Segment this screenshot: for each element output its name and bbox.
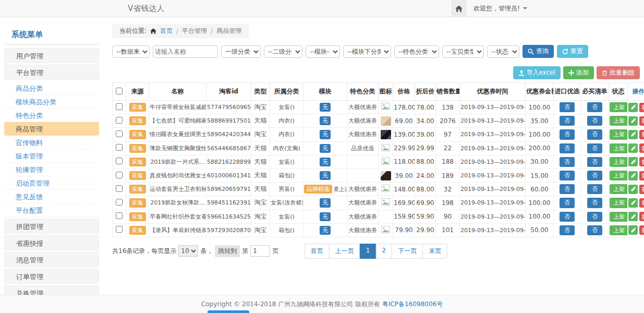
page-button-首页[interactable]: 首页 (305, 244, 330, 259)
sidebar-item-版本管理[interactable]: 版本管理 (4, 149, 99, 163)
user-menu[interactable]: 欢迎您，管理员! (466, 0, 534, 17)
delete-button[interactable] (639, 171, 644, 180)
breadcrumb-home-link[interactable]: 首页 (160, 27, 173, 35)
must-buy-toggle[interactable]: 否 (587, 143, 602, 153)
sidebar-item-平台配置[interactable]: 平台配置 (4, 203, 99, 217)
delete-button[interactable] (639, 130, 644, 139)
edit-button[interactable] (628, 198, 638, 208)
edit-button[interactable] (628, 185, 638, 194)
row-checkbox[interactable] (116, 130, 123, 137)
delete-button[interactable] (639, 103, 644, 112)
sidebar-item-兑换管理[interactable]: 兑换管理 (4, 285, 99, 295)
import-optimal-toggle[interactable]: 否 (560, 198, 575, 208)
status-toggle[interactable]: 上架 (610, 198, 628, 208)
sidebar-item-平台管理[interactable]: 平台管理 (4, 65, 99, 80)
filter-select---二级分类--[interactable]: --二级分类-- (264, 45, 302, 58)
status-toggle[interactable]: 上架 (610, 157, 628, 167)
row-checkbox[interactable] (116, 172, 123, 178)
row-checkbox[interactable] (116, 226, 123, 233)
edit-button[interactable] (628, 143, 638, 153)
row-checkbox[interactable] (116, 212, 123, 219)
name-search-input[interactable] (153, 45, 218, 58)
status-toggle[interactable]: 上架 (610, 143, 628, 153)
sidebar-item-启动页管理[interactable]: 启动页管理 (4, 176, 99, 190)
status-toggle[interactable]: 上架 (610, 171, 628, 180)
per-page-select[interactable]: 10 (178, 245, 198, 257)
filter-select---状态--[interactable]: --状态-- (487, 45, 519, 58)
status-toggle[interactable]: 上架 (610, 225, 628, 235)
delete-button[interactable] (639, 198, 644, 208)
must-buy-toggle[interactable]: 否 (587, 171, 602, 180)
edit-button[interactable] (628, 103, 638, 112)
query-button[interactable]: 查询 (523, 45, 554, 58)
edit-button[interactable] (628, 116, 638, 126)
sidebar-item-特色分类[interactable]: 特色分类 (4, 109, 99, 122)
sidebar-item-商品分类[interactable]: 商品分类 (4, 81, 99, 95)
filter-select---特色分类--[interactable]: --特色分类-- (394, 45, 439, 58)
sidebar-item-拼团管理[interactable]: 拼团管理 (4, 219, 99, 234)
filter-select---数据来源--[interactable]: --数据来源-- (112, 45, 150, 58)
sidebar-item-消息管理[interactable]: 消息管理 (4, 252, 99, 267)
select-all-checkbox[interactable] (116, 88, 123, 94)
import-optimal-toggle[interactable]: 否 (560, 102, 575, 112)
delete-button[interactable] (639, 212, 644, 221)
sidebar-item-轮播管理[interactable]: 轮播管理 (4, 163, 99, 176)
row-checkbox[interactable] (116, 103, 123, 110)
add-button[interactable]: 添加 (563, 66, 594, 79)
sidebar-item-订单管理[interactable]: 订单管理 (4, 269, 99, 284)
edit-button[interactable] (628, 130, 638, 139)
filter-select---模块--[interactable]: --模块-- (306, 45, 340, 58)
page-button-2[interactable]: 2 (376, 244, 393, 259)
sidebar-item-商品管理[interactable]: 商品管理 (4, 122, 99, 136)
import-optimal-toggle[interactable]: 否 (560, 116, 575, 126)
icp-link[interactable]: 粤ICP备16098006号 (382, 300, 443, 308)
edit-button[interactable] (628, 225, 638, 235)
must-buy-toggle[interactable]: 否 (587, 225, 602, 235)
sidebar-item-省惠快报[interactable]: 省惠快报 (4, 235, 99, 250)
delete-button[interactable] (639, 116, 644, 126)
home-button[interactable] (452, 0, 466, 17)
must-buy-toggle[interactable]: 否 (587, 116, 602, 126)
delete-button[interactable] (639, 143, 644, 153)
import-optimal-toggle[interactable]: 否 (560, 157, 575, 167)
row-checkbox[interactable] (116, 144, 123, 151)
edit-button[interactable] (628, 157, 638, 166)
page-button-下一页[interactable]: 下一页 (392, 244, 423, 259)
row-checkbox[interactable] (116, 185, 123, 192)
sidebar-item-模块商品分类[interactable]: 模块商品分类 (4, 95, 99, 109)
must-buy-toggle[interactable]: 否 (587, 129, 602, 139)
status-toggle[interactable]: 上架 (610, 102, 628, 112)
must-buy-toggle[interactable]: 否 (587, 102, 602, 112)
must-buy-toggle[interactable]: 否 (587, 212, 602, 222)
edit-button[interactable] (628, 171, 638, 180)
delete-button[interactable] (639, 225, 644, 235)
filter-select-一级分类[interactable]: 一级分类 (221, 45, 261, 58)
row-checkbox[interactable] (116, 199, 123, 206)
filter-select---宝贝类型--[interactable]: --宝贝类型-- (442, 45, 484, 58)
row-checkbox[interactable] (116, 117, 123, 124)
filter-select---模块下分类--[interactable]: --模块下分类-- (343, 45, 391, 58)
jump-button[interactable]: 跳转到 (215, 245, 240, 257)
status-toggle[interactable]: 上架 (610, 116, 628, 126)
page-button-上一页[interactable]: 上一页 (329, 244, 360, 259)
import-optimal-toggle[interactable]: 否 (560, 143, 575, 153)
sidebar-item-宣传物料[interactable]: 宣传物料 (4, 136, 99, 149)
batch-delete-button[interactable]: 批量删除 (597, 66, 640, 79)
delete-button[interactable] (639, 185, 644, 194)
page-button-末页[interactable]: 末页 (422, 244, 447, 259)
sidebar-item-意见反馈[interactable]: 意见反馈 (4, 190, 99, 203)
edit-button[interactable] (628, 212, 638, 221)
import-optimal-toggle[interactable]: 否 (560, 212, 575, 222)
row-checkbox[interactable] (116, 158, 123, 164)
delete-button[interactable] (639, 157, 644, 166)
must-buy-toggle[interactable]: 否 (587, 157, 602, 167)
status-toggle[interactable]: 上架 (610, 129, 628, 139)
status-toggle[interactable]: 上架 (610, 212, 628, 222)
reset-button[interactable]: 重置 (557, 45, 588, 58)
import-optimal-toggle[interactable]: 否 (560, 225, 575, 235)
import-optimal-toggle[interactable]: 否 (560, 129, 575, 139)
import-optimal-toggle[interactable]: 否 (560, 184, 575, 194)
page-button-1[interactable]: 1 (360, 244, 376, 259)
import-excel-button[interactable]: 导入excel (513, 66, 561, 79)
status-toggle[interactable]: 上架 (610, 184, 628, 194)
